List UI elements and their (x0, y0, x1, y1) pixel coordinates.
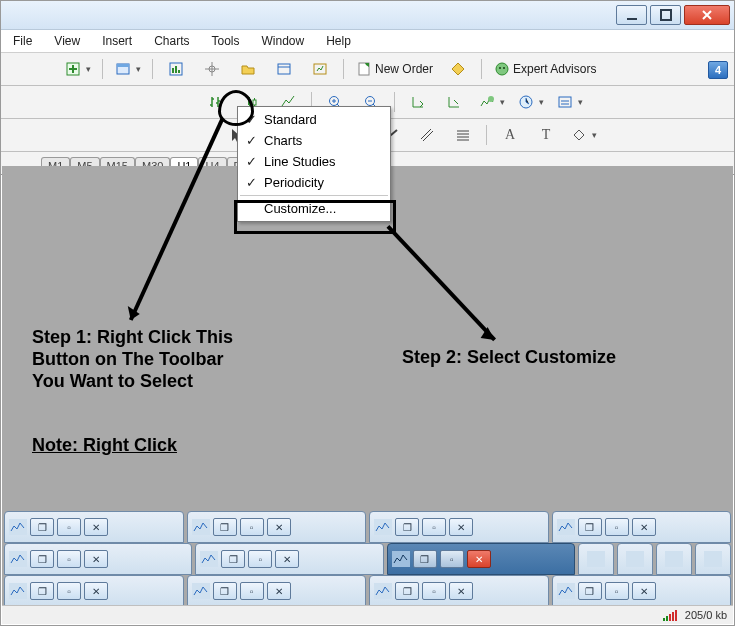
child-close-button[interactable]: ✕ (267, 518, 291, 536)
annotation-circle-target (218, 90, 254, 126)
mdi-child-window[interactable]: ❐▫✕ (187, 511, 367, 543)
menu-view[interactable]: View (50, 32, 84, 50)
mdi-child-window[interactable]: ❐▫✕ (552, 511, 732, 543)
periods-button[interactable]: ▾ (514, 90, 547, 114)
templates-button[interactable]: ▾ (553, 90, 586, 114)
mdi-child-windows: ❐▫✕ ❐▫✕ ❐▫✕ ❐▫✕ ❐▫✕ ❐▫✕ ❐▫✕ ❐▫✕ ❐▫✕ ❐▫✕ … (2, 511, 733, 607)
menu-tools[interactable]: Tools (208, 32, 244, 50)
indicators-icon (479, 94, 495, 110)
child-close-button[interactable]: ✕ (84, 550, 108, 568)
clock-icon (518, 94, 534, 110)
folder-star-icon (240, 61, 256, 77)
mdi-child-window[interactable]: ❐▫✕ (552, 575, 732, 607)
child-restore-button[interactable]: ❐ (213, 518, 237, 536)
menu-insert[interactable]: Insert (98, 32, 136, 50)
child-maximize-button[interactable]: ▫ (57, 550, 81, 568)
child-close-button[interactable]: ✕ (632, 582, 656, 600)
window-maximize-button[interactable] (650, 5, 681, 25)
mdi-child-window[interactable]: ❐▫✕ (4, 511, 184, 543)
mdi-child-window[interactable]: ❐▫✕ (195, 543, 383, 575)
data-window-button[interactable] (233, 57, 263, 81)
mdi-child-window[interactable]: ❐▫✕ (187, 575, 367, 607)
window-close-button[interactable] (684, 5, 730, 25)
child-restore-button[interactable]: ❐ (413, 550, 437, 568)
child-maximize-button[interactable]: ▫ (240, 582, 264, 600)
child-maximize-button[interactable]: ▫ (422, 518, 446, 536)
mdi-child-window[interactable] (695, 543, 731, 575)
toolbar-separator (486, 125, 487, 145)
child-maximize-button[interactable]: ▫ (248, 550, 272, 568)
child-restore-button[interactable]: ❐ (395, 582, 419, 600)
child-restore-button[interactable]: ❐ (395, 518, 419, 536)
chart-thumb-icon (9, 583, 27, 599)
menu-window[interactable]: Window (258, 32, 309, 50)
child-restore-button[interactable]: ❐ (213, 582, 237, 600)
child-close-button[interactable]: ✕ (449, 518, 473, 536)
child-restore-button[interactable]: ❐ (578, 582, 602, 600)
child-restore-button[interactable]: ❐ (221, 550, 245, 568)
mdi-child-window-active[interactable]: ❐▫✕ (387, 543, 575, 575)
dropdown-arrow-icon: ▾ (537, 97, 546, 107)
objects-button[interactable]: ▾ (567, 123, 600, 147)
indicators-button[interactable]: ▾ (475, 90, 508, 114)
svg-point-11 (499, 67, 501, 69)
mdi-child-window[interactable] (578, 543, 614, 575)
child-maximize-button[interactable]: ▫ (240, 518, 264, 536)
window-minimize-button[interactable] (616, 5, 647, 25)
mdi-child-window[interactable]: ❐▫✕ (369, 575, 549, 607)
navigator-button[interactable] (197, 57, 227, 81)
alerts-badge[interactable]: 4 (708, 61, 728, 79)
child-maximize-button[interactable]: ▫ (57, 582, 81, 600)
child-maximize-button[interactable]: ▫ (605, 582, 629, 600)
context-item-line-studies[interactable]: ✓Line Studies (240, 151, 388, 172)
child-close-button[interactable]: ✕ (84, 582, 108, 600)
child-restore-button[interactable]: ❐ (578, 518, 602, 536)
expert-advisors-button[interactable]: Expert Advisors (490, 57, 600, 81)
mdi-child-window[interactable] (656, 543, 692, 575)
metaquotes-button[interactable] (443, 57, 473, 81)
terminal-button[interactable] (269, 57, 299, 81)
window-titlebar (1, 1, 734, 30)
child-maximize-button[interactable]: ▫ (57, 518, 81, 536)
new-chart-button[interactable]: ▾ (61, 57, 94, 81)
child-close-button[interactable]: ✕ (267, 582, 291, 600)
text-tool-button[interactable]: A (495, 123, 525, 147)
svg-rect-29 (665, 551, 683, 567)
chart-thumb-icon (587, 551, 605, 567)
context-item-periodicity[interactable]: ✓Periodicity (240, 172, 388, 193)
strategy-tester-button[interactable] (305, 57, 335, 81)
child-restore-button[interactable]: ❐ (30, 518, 54, 536)
svg-point-10 (496, 63, 508, 75)
child-close-button[interactable]: ✕ (84, 518, 108, 536)
profiles-button[interactable]: ▾ (111, 57, 144, 81)
toolbar-separator (343, 59, 344, 79)
menu-file[interactable]: File (9, 32, 36, 50)
context-item-charts[interactable]: ✓Charts (240, 130, 388, 151)
child-close-button[interactable]: ✕ (467, 550, 491, 568)
child-maximize-button[interactable]: ▫ (422, 582, 446, 600)
menu-help[interactable]: Help (322, 32, 355, 50)
mdi-child-window[interactable]: ❐▫✕ (4, 575, 184, 607)
child-restore-button[interactable]: ❐ (30, 550, 54, 568)
context-item-standard[interactable]: ✓Standard (240, 109, 388, 130)
child-maximize-button[interactable]: ▫ (605, 518, 629, 536)
market-watch-button[interactable] (161, 57, 191, 81)
child-restore-button[interactable]: ❐ (30, 582, 54, 600)
menu-charts[interactable]: Charts (150, 32, 193, 50)
text-label-button[interactable]: T (531, 123, 561, 147)
child-maximize-button[interactable]: ▫ (440, 550, 464, 568)
text-a-icon: A (505, 127, 515, 143)
mdi-child-window[interactable]: ❐▫✕ (369, 511, 549, 543)
annotation-step1: Step 1: Right Click This Button on The T… (32, 326, 233, 392)
child-close-button[interactable]: ✕ (449, 582, 473, 600)
chart-shift-button[interactable] (439, 90, 469, 114)
new-order-button[interactable]: New Order (352, 57, 437, 81)
equidistant-channel-button[interactable] (412, 123, 442, 147)
mdi-child-window[interactable]: ❐▫✕ (4, 543, 192, 575)
mdi-child-window[interactable] (617, 543, 653, 575)
child-close-button[interactable]: ✕ (275, 550, 299, 568)
auto-scroll-button[interactable] (403, 90, 433, 114)
dropdown-arrow-icon: ▾ (576, 97, 585, 107)
fibonacci-button[interactable] (448, 123, 478, 147)
child-close-button[interactable]: ✕ (632, 518, 656, 536)
